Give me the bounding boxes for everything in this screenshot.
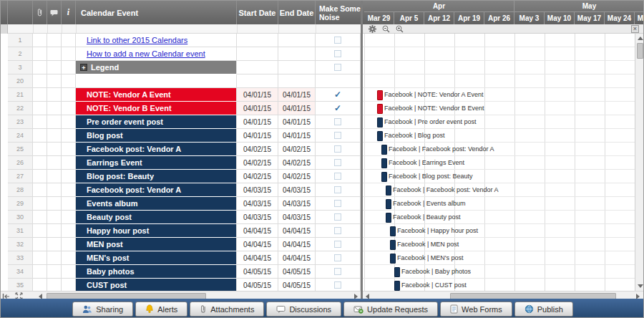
noise-checkbox-cell[interactable] [316, 265, 361, 279]
gantt-bar[interactable] [394, 281, 400, 291]
row-number[interactable]: 35 [8, 279, 33, 291]
zoom-in-button[interactable] [396, 25, 404, 33]
discussion-cell[interactable] [47, 211, 62, 224]
start-date-cell[interactable]: 04/04/15 [237, 251, 278, 265]
discussion-cell[interactable] [47, 197, 62, 211]
end-date-cell[interactable]: 04/03/15 [278, 183, 316, 197]
noise-checkbox-cell[interactable] [316, 211, 361, 224]
gantt-bar[interactable] [386, 199, 391, 209]
make-noise-header[interactable]: Make Some Noise [316, 1, 361, 24]
calendar-event-cell[interactable]: NOTE: Vendor B Event [76, 102, 237, 115]
tab-attachments[interactable]: Attachments [190, 302, 264, 317]
start-date-cell[interactable]: 04/04/15 [237, 238, 278, 251]
gantt-bar[interactable] [377, 104, 383, 114]
noise-checkbox-cell[interactable] [316, 115, 361, 129]
noise-checkbox-cell[interactable] [316, 156, 361, 170]
info-column-header[interactable]: i [62, 1, 76, 24]
info-cell[interactable] [62, 197, 76, 211]
timeline-week-label[interactable]: Apr 26 [484, 12, 514, 24]
end-date-cell[interactable] [278, 47, 316, 61]
end-date-cell[interactable]: 04/01/15 [278, 129, 316, 143]
timeline-week-label[interactable]: May 10 [545, 12, 575, 24]
start-date-cell[interactable]: 04/01/15 [237, 88, 278, 102]
calendar-event-cell[interactable]: Blog post: Beauty [76, 170, 237, 183]
attachment-cell[interactable] [33, 251, 47, 265]
timeline-week-label[interactable]: May 31 [635, 12, 644, 24]
calendar-link[interactable]: How to add a new Calendar event [87, 49, 205, 58]
calendar-event-cell[interactable]: MEN post [76, 238, 237, 251]
noise-checkbox-cell[interactable] [316, 47, 361, 61]
discussion-cell[interactable] [47, 102, 62, 115]
noise-checkbox-cell[interactable]: ✓ [316, 88, 361, 102]
start-date-cell[interactable]: 04/03/15 [237, 183, 278, 197]
gantt-bar[interactable] [377, 131, 383, 141]
noise-checkbox[interactable] [334, 281, 341, 289]
tab-sharing[interactable]: Sharing [72, 302, 133, 317]
row-number[interactable]: 22 [8, 102, 33, 115]
noise-checkbox-cell[interactable] [316, 34, 361, 47]
start-date-cell[interactable]: 04/01/15 [237, 102, 278, 115]
gantt-bar[interactable] [381, 172, 387, 182]
select-all-corner[interactable] [1, 1, 8, 24]
vscroll-thumb[interactable] [637, 43, 643, 59]
noise-checkbox-cell[interactable]: ✓ [316, 102, 361, 115]
start-date-cell[interactable]: 04/02/15 [237, 156, 278, 170]
row-number[interactable]: 25 [8, 143, 33, 156]
info-cell[interactable] [62, 61, 76, 74]
timeline-month-label[interactable]: May [514, 1, 644, 12]
discussion-cell[interactable] [47, 61, 62, 74]
info-cell[interactable] [62, 183, 76, 197]
vertical-scrollbar[interactable] [635, 34, 644, 291]
row-number[interactable]: 21 [8, 88, 33, 102]
info-cell[interactable] [62, 238, 76, 251]
row-number[interactable]: 26 [8, 156, 33, 170]
tab-web-forms[interactable]: Web Forms [440, 302, 512, 317]
noise-checkbox[interactable] [334, 268, 341, 275]
noise-checkbox[interactable] [334, 132, 341, 139]
info-cell[interactable] [62, 143, 76, 156]
info-cell[interactable] [62, 211, 76, 224]
attachment-cell[interactable] [33, 102, 47, 115]
noise-checkbox[interactable] [334, 186, 341, 193]
discussion-cell[interactable] [47, 279, 62, 291]
calendar-event-header[interactable]: Calendar Event [76, 1, 237, 24]
calendar-event-cell[interactable] [76, 74, 237, 88]
discussion-cell[interactable] [47, 47, 62, 61]
start-date-header[interactable]: Start Date [237, 1, 278, 24]
calendar-event-cell[interactable]: Facebook post: Vendor A [76, 143, 237, 156]
end-date-cell[interactable]: 04/04/15 [278, 251, 316, 265]
info-cell[interactable] [62, 251, 76, 265]
gantt-bar[interactable] [390, 254, 396, 264]
calendar-event-cell[interactable]: Facebook post: Vendor A [76, 183, 237, 197]
attachment-cell[interactable] [33, 170, 47, 183]
start-date-cell[interactable]: 04/05/15 [237, 265, 278, 279]
info-cell[interactable] [62, 34, 76, 47]
info-cell[interactable] [62, 224, 76, 238]
gantt-bar[interactable] [377, 90, 383, 100]
calendar-event-cell[interactable]: Blog post [76, 129, 237, 143]
discussion-cell[interactable] [47, 156, 62, 170]
end-date-cell[interactable]: 04/04/15 [278, 238, 316, 251]
timeline-week-label[interactable]: Apr 5 [394, 12, 424, 24]
info-cell[interactable] [62, 74, 76, 88]
end-date-cell[interactable]: 04/05/15 [278, 279, 316, 291]
gantt-settings-button[interactable] [369, 25, 376, 33]
noise-checkbox[interactable] [334, 200, 341, 207]
info-cell[interactable] [62, 265, 76, 279]
noise-checkbox-cell[interactable] [316, 170, 361, 183]
row-number[interactable]: 28 [8, 183, 33, 197]
timeline-week-label[interactable]: Mar 29 [364, 12, 394, 24]
start-date-cell[interactable]: 04/01/15 [237, 129, 278, 143]
attachment-cell[interactable] [33, 197, 47, 211]
discussion-cell[interactable] [47, 170, 62, 183]
noise-checkbox[interactable] [334, 64, 341, 71]
end-date-cell[interactable]: 04/03/15 [278, 197, 316, 211]
row-number[interactable]: 3 [8, 61, 33, 74]
end-date-cell[interactable]: 04/01/15 [278, 88, 316, 102]
attachment-cell[interactable] [33, 47, 47, 61]
attachment-cell[interactable] [33, 74, 47, 88]
info-cell[interactable] [62, 115, 76, 129]
tab-discussions[interactable]: Discussions [266, 302, 341, 317]
attachment-cell[interactable] [33, 34, 47, 47]
gantt-bar[interactable] [390, 240, 396, 250]
